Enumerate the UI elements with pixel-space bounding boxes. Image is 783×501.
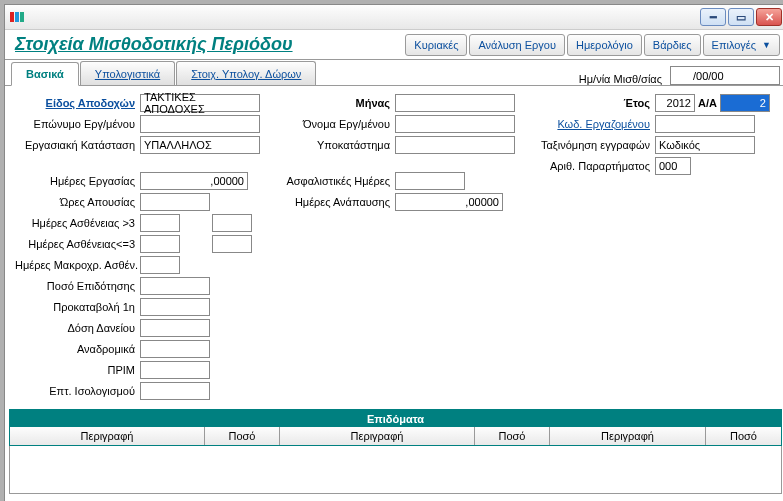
- shifts-button[interactable]: Βάρδιες: [644, 34, 701, 56]
- absence-hours-label: Ώρες Απουσίας: [15, 196, 140, 208]
- sick-le3-input-1[interactable]: [140, 235, 180, 253]
- insurance-days-label: Ασφαλιστικές Ημέρες: [275, 175, 395, 187]
- aa-label: Α/Α: [698, 97, 717, 109]
- col-amount-1: Ποσό: [205, 427, 280, 445]
- col-desc-2: Περιγραφή: [280, 427, 475, 445]
- svg-rect-0: [10, 12, 14, 22]
- header: Στοιχεία Μισθοδοτικής Περιόδου Κυριακές …: [5, 30, 783, 60]
- sundays-button[interactable]: Κυριακές: [405, 34, 467, 56]
- options-label: Επιλογές: [712, 39, 757, 51]
- payroll-date-label: Ημ/νία Μισθ/σίας: [579, 73, 662, 85]
- loan-inst-input[interactable]: [140, 319, 210, 337]
- balance-adj-input[interactable]: [140, 382, 210, 400]
- subsidy-amount-label: Ποσό Επιδότησης: [15, 280, 140, 292]
- tab-computational[interactable]: Υπολογιστικά: [80, 61, 175, 85]
- window-controls: ━ ▭ ✕: [700, 8, 782, 26]
- header-buttons: Κυριακές Ανάλυση Εργου Ημερολόγιο Βάρδιε…: [405, 34, 780, 56]
- earning-type-label[interactable]: Είδος Αποδοχών: [15, 97, 140, 109]
- calendar-button[interactable]: Ημερολόγιο: [567, 34, 642, 56]
- year-label: Έτος: [520, 97, 655, 109]
- maximize-button[interactable]: ▭: [728, 8, 754, 26]
- loan-inst-label: Δόση Δανείου: [15, 322, 140, 334]
- employee-code-input[interactable]: [655, 115, 755, 133]
- tab-basic[interactable]: Βασικά: [11, 62, 79, 86]
- tabs-row: Βασικά Υπολογιστικά Στοιχ. Υπολογ. Δώρων…: [5, 60, 783, 86]
- sick-le3-label: Ημέρες Ασθένειας<=3: [15, 238, 140, 250]
- long-sick-input[interactable]: [140, 256, 180, 274]
- rest-days-input[interactable]: ,00000: [395, 193, 503, 211]
- page-title: Στοιχεία Μισθοδοτικής Περιόδου: [15, 34, 405, 55]
- col-desc-1: Περιγραφή: [10, 427, 205, 445]
- epidomata-section: Επιδόματα Περιγραφή Ποσό Περιγραφή Ποσό …: [9, 409, 782, 494]
- work-days-label: Ημέρες Εργασίας: [15, 175, 140, 187]
- month-input[interactable]: [395, 94, 515, 112]
- col-left: Είδος Αποδοχών ΤΑΚΤΙΚΕΣ ΑΠΟΔΟΧΕΣ Επώνυμο…: [15, 92, 275, 402]
- epidomata-body[interactable]: [9, 446, 782, 494]
- surname-input[interactable]: [140, 115, 260, 133]
- branch-input[interactable]: [395, 136, 515, 154]
- payroll-date-input[interactable]: /00/00: [670, 66, 780, 85]
- name-label: Όνομα Εργ/μένου: [275, 118, 395, 130]
- record-sort-label: Ταξινόμηση εγγραφών: [520, 139, 655, 151]
- absence-hours-input[interactable]: [140, 193, 210, 211]
- name-input[interactable]: [395, 115, 515, 133]
- branch-label: Υποκατάστημα: [275, 139, 395, 151]
- col-center: Μήνας Όνομα Εργ/μένου Υποκατάστημα Ασφαλ…: [275, 92, 520, 402]
- month-label: Μήνας: [275, 97, 395, 109]
- svg-rect-2: [20, 12, 24, 22]
- appendix-no-input[interactable]: 000: [655, 157, 691, 175]
- retro-label: Αναδρομικά: [15, 343, 140, 355]
- prim-label: ΠΡΙΜ: [15, 364, 140, 376]
- project-analysis-button[interactable]: Ανάλυση Εργου: [469, 34, 564, 56]
- year-input[interactable]: 2012: [655, 94, 695, 112]
- long-sick-label: Ημέρες Μακροχρ. Ασθέν.: [15, 259, 140, 271]
- rest-days-label: Ημέρες Ανάπαυσης: [275, 196, 395, 208]
- retro-input[interactable]: [140, 340, 210, 358]
- col-amount-2: Ποσό: [475, 427, 550, 445]
- work-days-input[interactable]: ,00000: [140, 172, 248, 190]
- advance1-input[interactable]: [140, 298, 210, 316]
- earning-type-input[interactable]: ΤΑΚΤΙΚΕΣ ΑΠΟΔΟΧΕΣ: [140, 94, 260, 112]
- epidomata-title: Επιδόματα: [9, 409, 782, 427]
- aa-input[interactable]: 2: [720, 94, 770, 112]
- appendix-no-label: Αριθ. Παραρτήματος: [520, 160, 655, 172]
- svg-rect-1: [15, 12, 19, 22]
- work-status-label: Εργασιακή Κατάσταση: [15, 139, 140, 151]
- form-area: Είδος Αποδοχών ΤΑΚΤΙΚΕΣ ΑΠΟΔΟΧΕΣ Επώνυμο…: [5, 86, 783, 416]
- options-button[interactable]: Επιλογές ▼: [703, 34, 780, 56]
- advance1-label: Προκαταβολή 1η: [15, 301, 140, 313]
- app-window: ━ ▭ ✕ Στοιχεία Μισθοδοτικής Περιόδου Κυρ…: [4, 4, 783, 501]
- col-amount-3: Ποσό: [706, 427, 781, 445]
- balance-adj-label: Επτ. Ισολογισμού: [15, 385, 140, 397]
- tab-gift-calc[interactable]: Στοιχ. Υπολογ. Δώρων: [176, 61, 316, 85]
- payroll-date-value: /00/00: [693, 70, 724, 82]
- employee-code-label[interactable]: Κωδ. Εργαζομένου: [520, 118, 655, 130]
- insurance-days-input[interactable]: [395, 172, 465, 190]
- close-button[interactable]: ✕: [756, 8, 782, 26]
- surname-label: Επώνυμο Εργ/μένου: [15, 118, 140, 130]
- titlebar: ━ ▭ ✕: [5, 5, 783, 30]
- epidomata-header-row: Περιγραφή Ποσό Περιγραφή Ποσό Περιγραφή …: [9, 427, 782, 446]
- record-sort-input[interactable]: Κωδικός: [655, 136, 755, 154]
- col-desc-3: Περιγραφή: [550, 427, 706, 445]
- col-right: Έτος 2012 Α/Α 2 Κωδ. Εργαζομένου Ταξινόμ…: [520, 92, 775, 402]
- app-icon: [9, 9, 25, 25]
- work-status-input[interactable]: ΥΠΑΛΛΗΛΟΣ: [140, 136, 260, 154]
- sick-gt3-input-2[interactable]: [212, 214, 252, 232]
- prim-input[interactable]: [140, 361, 210, 379]
- sick-le3-input-2[interactable]: [212, 235, 252, 253]
- minimize-button[interactable]: ━: [700, 8, 726, 26]
- sick-gt3-label: Ημέρες Ασθένειας >3: [15, 217, 140, 229]
- subsidy-amount-input[interactable]: [140, 277, 210, 295]
- sick-gt3-input-1[interactable]: [140, 214, 180, 232]
- chevron-down-icon: ▼: [762, 40, 771, 50]
